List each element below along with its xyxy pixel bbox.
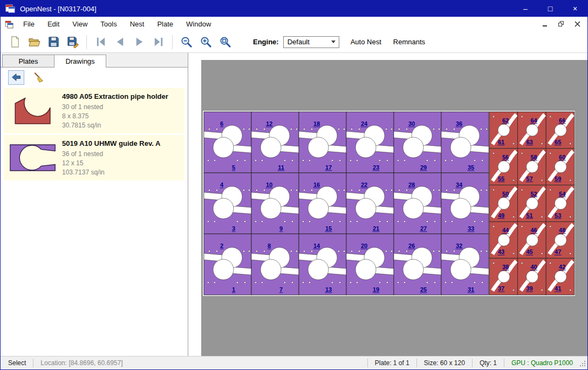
save-as-icon [67, 36, 79, 48]
part-number: 12 [266, 120, 272, 127]
nested-part-pair[interactable]: 4847 [546, 221, 575, 258]
engine-label: Engine: [253, 38, 279, 46]
nested-part-pair[interactable]: 2423 [346, 112, 394, 173]
part-number: 4 [220, 181, 224, 188]
part-number: 51 [526, 212, 532, 219]
part-number: 45 [526, 248, 532, 255]
maximize-button[interactable]: □ [538, 1, 563, 17]
menu-tools[interactable]: Tools [94, 17, 123, 31]
part-number: 65 [555, 139, 561, 145]
move-back-button[interactable] [8, 70, 24, 85]
zoom-fit-button[interactable] [215, 33, 235, 51]
open-button[interactable] [24, 33, 44, 51]
document-window-icon[interactable] [5, 20, 13, 29]
mdi-close-button[interactable] [573, 21, 581, 28]
go-previous-button[interactable] [110, 33, 129, 51]
nested-part-pair[interactable]: 3029 [394, 112, 441, 173]
nested-part-pair[interactable]: 2019 [346, 234, 394, 295]
save-button[interactable] [44, 33, 63, 51]
part-number: 9 [279, 225, 283, 232]
nested-part-pair[interactable]: 21 [204, 234, 251, 295]
menu-window[interactable]: Window [180, 17, 217, 31]
part-number: 1 [232, 286, 235, 293]
zoom-out-icon [180, 36, 193, 48]
app-icon [5, 4, 15, 14]
nested-part-pair[interactable]: 3837 [489, 258, 518, 295]
engine-select[interactable]: Default [283, 36, 339, 48]
nested-part-pair[interactable]: 3231 [441, 234, 489, 295]
nested-part-pair[interactable]: 1413 [299, 234, 346, 295]
nested-part-pair[interactable]: 109 [251, 173, 299, 234]
part-number: 44 [502, 227, 509, 233]
menu-file[interactable]: File [17, 17, 41, 31]
part-number: 29 [420, 164, 427, 171]
auto-nest-button[interactable]: Auto Nest [345, 35, 387, 49]
plate[interactable]: 6512111817242330293635431091615222128273… [203, 111, 575, 296]
nested-part-pair[interactable]: 4645 [518, 221, 546, 258]
resize-grip[interactable] [579, 360, 586, 367]
nested-part-pair[interactable]: 6665 [546, 112, 575, 149]
menu-nest[interactable]: Nest [124, 17, 151, 31]
close-button[interactable]: × [563, 1, 587, 17]
remnants-button[interactable]: Remnants [387, 35, 431, 49]
part-number: 20 [361, 243, 367, 249]
save-as-button[interactable] [63, 33, 83, 51]
nested-part-pair[interactable]: 43 [204, 173, 251, 234]
mdi-restore-button[interactable] [557, 21, 565, 28]
nested-part-pair[interactable]: 5049 [489, 185, 518, 222]
zoom-in-icon [200, 36, 212, 48]
nested-part-pair[interactable]: 1211 [251, 112, 299, 173]
mdi-window-buttons [541, 21, 587, 28]
menu-edit[interactable]: Edit [41, 17, 66, 31]
nested-part-pair[interactable]: 65 [204, 112, 251, 173]
zoom-out-button[interactable] [176, 33, 196, 51]
nested-part-pair[interactable]: 4039 [518, 258, 546, 295]
part-number: 61 [498, 139, 504, 145]
part-number: 32 [456, 243, 462, 249]
nested-part-pair[interactable]: 2625 [394, 234, 441, 295]
drawing-nested-count: 36 of 1 nested [62, 150, 182, 159]
go-next-button[interactable] [129, 33, 149, 51]
go-first-button[interactable] [91, 33, 110, 51]
nested-part-pair[interactable]: 6261 [489, 112, 518, 149]
part-number: 13 [325, 286, 332, 293]
nested-part-pair[interactable]: 5857 [518, 149, 546, 185]
drawing-area: 103.7137 sq/in [62, 168, 182, 177]
nested-part-pair[interactable]: 3433 [441, 173, 489, 234]
nested-part-pair[interactable]: 2827 [394, 173, 441, 234]
tab-plates[interactable]: Plates [2, 55, 54, 67]
red-part-thumbnail [13, 95, 53, 126]
zoom-in-button[interactable] [196, 33, 215, 51]
menu-view[interactable]: View [66, 17, 94, 31]
drawing-item[interactable]: 4980 A05 Extraction pipe holder30 of 1 n… [4, 88, 184, 133]
go-last-button[interactable] [149, 33, 168, 51]
nested-part-pair[interactable]: 5453 [546, 185, 575, 222]
drawing-nested-count: 30 of 1 nested [62, 103, 182, 112]
part-number: 7 [279, 286, 283, 293]
part-number: 16 [313, 181, 320, 188]
nested-part-pair[interactable]: 6059 [546, 149, 575, 185]
nested-part-pair[interactable]: 4443 [489, 221, 518, 258]
new-button[interactable] [5, 33, 24, 51]
nested-part-pair[interactable]: 2221 [346, 173, 394, 234]
drawing-info: 5019 A10 UHMW guide Rev. A36 of 1 nested… [61, 138, 182, 178]
nested-part-pair[interactable]: 1817 [299, 112, 346, 173]
part-number: 28 [408, 181, 415, 188]
nested-part-pair[interactable]: 5655 [489, 149, 518, 185]
minimize-button[interactable]: – [513, 1, 538, 17]
menu-plate[interactable]: Plate [151, 17, 180, 31]
part-number: 35 [468, 164, 474, 171]
drawing-item[interactable]: 5019 A10 UHMW guide Rev. A36 of 1 nested… [4, 135, 184, 180]
mdi-minimize-button[interactable] [541, 21, 549, 28]
nested-part-pair[interactable]: 6463 [518, 112, 546, 149]
nested-part-pair[interactable]: 87 [251, 234, 299, 295]
nested-part-pair[interactable]: 1615 [299, 173, 346, 234]
part-number: 59 [555, 176, 561, 182]
tab-drawings[interactable]: Drawings [54, 55, 106, 68]
nest-canvas[interactable]: 6512111817242330293635431091615222128273… [188, 53, 587, 356]
nested-part-pair[interactable]: 4241 [546, 258, 575, 295]
nested-part-pair[interactable]: 3635 [441, 112, 489, 173]
nested-part-pair[interactable]: 5251 [518, 185, 546, 222]
part-number: 49 [498, 212, 504, 219]
clear-nest-button[interactable] [31, 70, 47, 85]
